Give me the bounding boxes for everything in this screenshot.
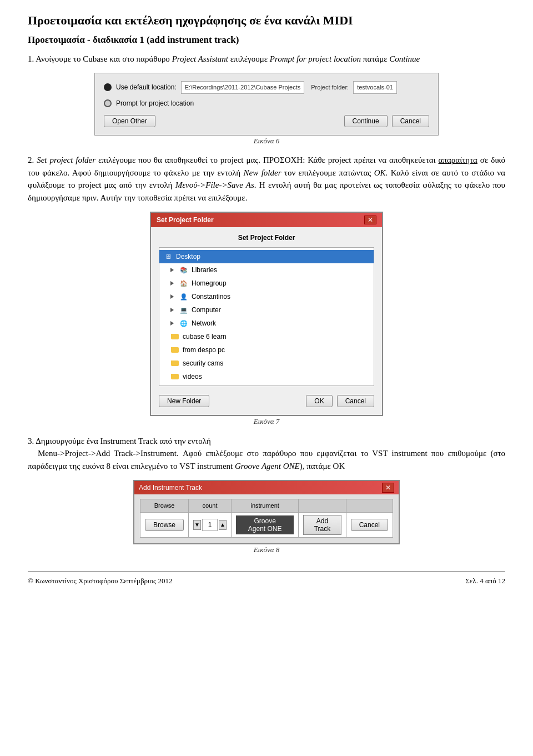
expand-icon	[170, 281, 174, 286]
col-browse-header: Browse	[140, 499, 189, 513]
stepper-down-button[interactable]: ▼	[193, 520, 201, 530]
list-item[interactable]: Homegroup	[159, 277, 374, 290]
step2-italic4: Μενού->File->Save As	[175, 181, 254, 189]
fig7-caption: Εικόνα 7	[28, 416, 505, 427]
field-label-project-folder: Project folder:	[311, 83, 349, 92]
ok-button-2[interactable]: OK	[306, 395, 332, 407]
page-title: Προετοιμασία και εκτέλεση ηχογράφησης σε…	[28, 11, 505, 29]
folder-item-label: videos	[183, 372, 202, 382]
stepper-value: 1	[202, 519, 218, 531]
list-item[interactable]: cubase 6 learn	[159, 330, 374, 343]
label-default-location: Use default location:	[116, 82, 177, 92]
radio-default-location[interactable]	[104, 83, 112, 91]
path-box-location: E:\Recordings\2011-2012\Cubase Projects	[181, 81, 305, 94]
dialog-row-prompt-location: Prompt for project location	[104, 98, 429, 108]
col-count-header: count	[189, 499, 232, 513]
folder-icon-despo	[170, 346, 179, 354]
footer-page: Σελ. 4 από 12	[465, 575, 505, 587]
cancel-button-1[interactable]: Cancel	[392, 115, 429, 127]
list-item[interactable]: Libraries	[159, 263, 374, 277]
folder-item-label: security cams	[183, 358, 223, 368]
step3-text4: ), πατάμε OK	[300, 462, 345, 470]
dialog2-title: Set Project Folder	[157, 215, 214, 225]
list-item[interactable]: Network	[159, 317, 374, 330]
browse-button[interactable]: Browse	[145, 519, 184, 531]
cancel-cell: Cancel	[346, 512, 393, 537]
figure7-wrap: Set Project Folder ✕ Set Project Folder …	[28, 212, 505, 427]
dialog3-title: Add Instrument Track	[139, 483, 202, 493]
col-add-track-header	[299, 499, 346, 513]
expand-icon	[170, 321, 174, 326]
step3-italic1: Groove Agent ONE	[235, 462, 300, 470]
step1-text2: επιλέγουμε	[228, 54, 270, 63]
instrument-table: Browse count instrument Browse	[140, 499, 393, 538]
fig6-caption: Εικόνα 6	[28, 136, 505, 147]
step1-italic1: Project Assistant	[172, 54, 228, 63]
cancel-button-2[interactable]: Cancel	[337, 395, 374, 407]
dialog2-ok-cancel-group: OK Cancel	[306, 395, 374, 407]
folder-icon-security	[170, 359, 179, 367]
list-item[interactable]: from despo pc	[159, 343, 374, 357]
dialog3-titlebar: Add Instrument Track ✕	[134, 481, 399, 494]
dialog1-buttons-row: Open Other Continue Cancel	[104, 115, 429, 127]
folder-item-label: Homegroup	[192, 278, 227, 288]
step2-text4: τον επιλέγουμε πατώντας	[281, 168, 374, 177]
list-item[interactable]: Constantinos	[159, 290, 374, 303]
step2-underline: απαραίτητα	[439, 156, 477, 164]
fig8-caption: Εικόνα 8	[28, 544, 505, 555]
step2-text: 2. Set project folder επιλέγουμε που θα …	[28, 154, 505, 204]
path-box-folder-name: testvocals-01	[353, 81, 397, 94]
step1-text3: πατάμε	[361, 54, 389, 63]
step1-section: 1. Ανοίγουμε το Cubase και στο παράθυρο …	[28, 53, 505, 66]
folder-item-label: from despo pc	[183, 345, 225, 355]
list-item[interactable]: Computer	[159, 303, 374, 317]
new-folder-button[interactable]: New Folder	[159, 395, 209, 407]
add-track-cell: Add Track	[299, 512, 346, 537]
instrument-cell: Groove Agent ONE	[232, 512, 299, 537]
open-other-button[interactable]: Open Other	[104, 115, 155, 127]
libraries-icon	[179, 266, 188, 274]
folder-item-label: Constantinos	[192, 292, 230, 302]
step3-section: 3. Δημιουργούμε ένα Instrument Track από…	[28, 435, 505, 473]
col-cancel-header	[346, 499, 393, 513]
step2-italic1: Set project folder	[37, 156, 95, 164]
count-cell: ▼ 1 ▲	[189, 512, 232, 537]
dialog-add-instrument: Add Instrument Track ✕ Browse count inst…	[133, 480, 400, 544]
dialog2-titlebar: Set Project Folder ✕	[151, 213, 382, 227]
step3-number: 3.	[28, 437, 34, 445]
folder-item-label: Network	[192, 318, 216, 328]
step3-text: 3. Δημιουργούμε ένα Instrument Track από…	[28, 435, 505, 473]
count-stepper[interactable]: ▼ 1 ▲	[193, 519, 227, 531]
step1-italic2: Prompt for project location	[270, 54, 361, 63]
list-item[interactable]: Desktop	[159, 250, 374, 263]
stepper-up-button[interactable]: ▲	[219, 520, 227, 530]
network-icon	[179, 319, 188, 327]
continue-button[interactable]: Continue	[344, 115, 388, 127]
radio-prompt-location[interactable]	[104, 99, 112, 107]
col-instrument-header: instrument	[232, 499, 299, 513]
footer-copyright: © Κωνσταντίνος Χριστοφόρου Σεπτέμβριος 2…	[28, 575, 172, 587]
step3-text2: Menu->Project->Add Track->Instrument.	[38, 449, 179, 458]
folder-item-label: Desktop	[176, 252, 200, 262]
folder-list[interactable]: Desktop Libraries Homegroup Constantinos	[159, 247, 374, 386]
browse-cell: Browse	[140, 512, 189, 537]
folder-icon-videos	[170, 373, 179, 380]
step2-italic2: New folder	[244, 168, 281, 177]
instrument-selector-button[interactable]: Groove Agent ONE	[236, 515, 294, 534]
folder-item-label: cubase 6 learn	[183, 332, 227, 342]
step1-text1: Ανοίγουμε το Cubase και στο παράθυρο	[36, 54, 172, 63]
dialog3-close-button[interactable]: ✕	[382, 483, 394, 493]
homegroup-icon	[179, 279, 188, 287]
dialog2-close-button[interactable]: ✕	[364, 216, 376, 224]
step2-number: 2.	[28, 156, 34, 164]
computer-icon	[179, 306, 188, 314]
list-item[interactable]: videos	[159, 370, 374, 383]
figure8-wrap: Add Instrument Track ✕ Browse count inst…	[28, 480, 505, 555]
cancel-button-3[interactable]: Cancel	[351, 519, 388, 531]
figure6-wrap: Use default location: E:\Recordings\2011…	[28, 73, 505, 146]
table-row: Browse ▼ 1 ▲ Groove Agent ONE	[140, 512, 393, 537]
list-item[interactable]: security cams	[159, 357, 374, 370]
desktop-icon	[164, 253, 173, 261]
add-track-button[interactable]: Add Track	[303, 515, 341, 535]
step2-section: 2. Set project folder επιλέγουμε που θα …	[28, 154, 505, 204]
